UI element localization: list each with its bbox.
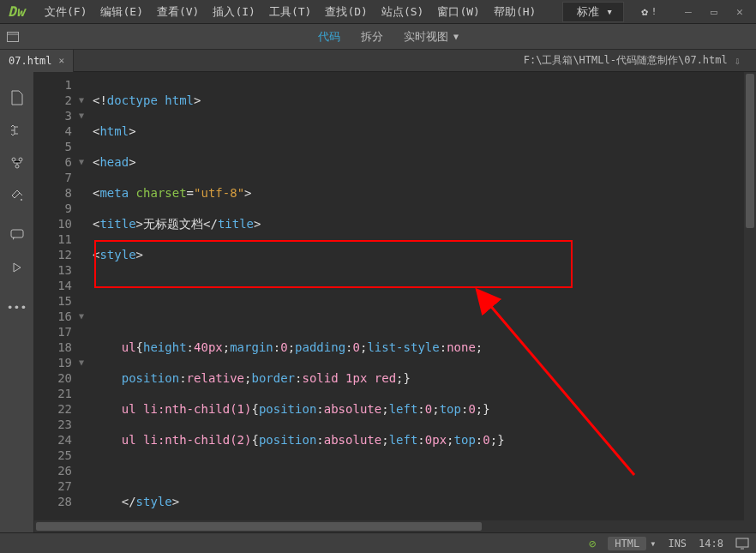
fold-toggle xyxy=(75,201,87,216)
fold-toggle xyxy=(75,463,87,478)
status-ok-icon[interactable]: ⊘ xyxy=(589,537,596,550)
file-path-dropdown-icon[interactable]: ⇩ xyxy=(735,55,741,67)
view-tab-code[interactable]: 代码 xyxy=(318,26,340,48)
status-cursor-position: 14:8 xyxy=(699,538,723,550)
line-number: 12 xyxy=(34,247,72,262)
fold-toggle[interactable]: ▼ xyxy=(75,355,87,370)
menu-view[interactable]: 查看(V) xyxy=(150,1,206,23)
more-icon[interactable]: ••• xyxy=(9,298,26,316)
line-number: 28 xyxy=(34,494,72,509)
fold-toggle[interactable]: ▼ xyxy=(75,309,87,324)
line-number: 7 xyxy=(34,170,72,185)
svg-rect-6 xyxy=(11,230,23,237)
fold-toggle[interactable]: ▼ xyxy=(75,93,87,108)
fold-toggle xyxy=(75,123,87,139)
status-bar: ⊘ HTML ▾ INS 14:8 xyxy=(0,532,756,553)
fold-toggle xyxy=(75,401,87,417)
menu-insert[interactable]: 插入(I) xyxy=(206,1,261,23)
line-number: 15 xyxy=(34,293,72,309)
file-manager-icon[interactable] xyxy=(9,89,26,106)
menu-file[interactable]: 文件(F) xyxy=(38,1,93,23)
fold-toggle xyxy=(75,278,87,293)
toolbar: 代码 拆分 实时视图 ▼ xyxy=(0,24,756,50)
file-path: F:\工具箱\HTMLl-代码随意制作\07.html ⇩ xyxy=(524,53,756,68)
line-number-gutter: 1234567891011121314151617181920212223242… xyxy=(34,72,75,532)
workspace-dropdown[interactable]: 标准 ▾ xyxy=(562,2,624,22)
menu-site[interactable]: 站点(S) xyxy=(375,1,430,23)
fold-toggle xyxy=(75,417,87,432)
fold-toggle xyxy=(75,324,87,340)
svg-point-3 xyxy=(19,158,22,161)
svg-point-5 xyxy=(21,199,22,201)
fold-toggle xyxy=(75,340,87,355)
svg-point-4 xyxy=(15,165,19,168)
view-tab-split[interactable]: 拆分 xyxy=(361,26,383,48)
line-number: 4 xyxy=(34,123,72,139)
chevron-down-icon: ▾ xyxy=(650,538,656,550)
menu-edit[interactable]: 编辑(E) xyxy=(93,1,149,23)
line-number: 17 xyxy=(34,324,72,340)
fold-toggle xyxy=(75,478,87,494)
horizontal-scrollbar[interactable] xyxy=(34,520,744,532)
fold-toggle[interactable]: ▼ xyxy=(75,154,87,170)
line-number: 20 xyxy=(34,370,72,386)
snippets-icon[interactable] xyxy=(9,154,26,171)
minimize-button[interactable]: — xyxy=(675,3,701,21)
line-number: 8 xyxy=(34,185,72,201)
gear-icon: ✿ xyxy=(641,5,648,18)
fold-toggle xyxy=(75,216,87,231)
window-controls: — ▭ ✕ xyxy=(675,3,753,21)
vertical-scrollbar-thumb[interactable] xyxy=(746,74,754,228)
status-language[interactable]: HTML ▾ xyxy=(608,537,656,550)
fold-toggle xyxy=(75,293,87,309)
maximize-button[interactable]: ▭ xyxy=(701,3,727,21)
fold-toggle xyxy=(75,231,87,247)
vertical-scrollbar[interactable] xyxy=(744,72,756,532)
view-tab-live[interactable]: 实时视图 ▼ xyxy=(404,26,459,48)
status-preview-icon[interactable] xyxy=(735,538,749,550)
line-number: 22 xyxy=(34,401,72,417)
line-number: 19 xyxy=(34,355,72,370)
fold-toggle xyxy=(75,386,87,401)
horizontal-scrollbar-thumb[interactable] xyxy=(36,522,482,531)
code-editor[interactable]: 1234567891011121314151617181920212223242… xyxy=(34,72,756,532)
menu-window[interactable]: 窗口(W) xyxy=(430,1,486,23)
line-number: 5 xyxy=(34,139,72,154)
line-number: 6 xyxy=(34,154,72,170)
title-right: 标准 ▾ ✿ ! — ▭ ✕ xyxy=(562,2,753,22)
gear-exclaim-icon: ! xyxy=(651,7,657,16)
close-button[interactable]: ✕ xyxy=(727,3,753,21)
fold-toggle xyxy=(75,139,87,154)
file-tab[interactable]: 07.html ✕ xyxy=(0,50,74,72)
line-number: 3 xyxy=(34,108,72,123)
code-content[interactable]: <!doctype html> <html> <head> <meta char… xyxy=(87,72,756,532)
dom-tree-icon[interactable] xyxy=(9,122,26,139)
status-insert-mode[interactable]: INS xyxy=(668,538,687,550)
fold-toggle[interactable]: ▼ xyxy=(75,108,87,123)
fold-toggle xyxy=(75,370,87,386)
line-number: 16 xyxy=(34,309,72,324)
menu-find[interactable]: 查找(D) xyxy=(318,1,374,23)
line-number: 18 xyxy=(34,340,72,355)
line-number: 25 xyxy=(34,448,72,463)
line-number: 11 xyxy=(34,231,72,247)
menu-tools[interactable]: 工具(T) xyxy=(262,1,318,23)
behaviors-icon[interactable] xyxy=(9,259,26,276)
file-path-text: F:\工具箱\HTMLl-代码随意制作\07.html xyxy=(524,53,728,68)
line-number: 13 xyxy=(34,262,72,278)
file-tab-bar: 07.html ✕ F:\工具箱\HTMLl-代码随意制作\07.html ⇩ xyxy=(0,50,756,72)
app-logo: Dw xyxy=(3,3,29,21)
settings-button[interactable]: ✿ ! xyxy=(633,2,665,21)
line-number: 24 xyxy=(34,432,72,448)
line-number: 21 xyxy=(34,386,72,401)
new-window-icon[interactable] xyxy=(5,30,21,44)
menu-help[interactable]: 帮助(H) xyxy=(487,1,543,23)
fold-toggle xyxy=(75,262,87,278)
line-number: 10 xyxy=(34,216,72,231)
comments-icon[interactable] xyxy=(9,226,26,243)
file-tab-close-icon[interactable]: ✕ xyxy=(59,55,65,66)
line-number: 1 xyxy=(34,77,72,93)
view-tabs: 代码 拆分 实时视图 ▼ xyxy=(318,26,459,48)
fold-toggle xyxy=(75,247,87,262)
assets-icon[interactable] xyxy=(9,187,26,204)
